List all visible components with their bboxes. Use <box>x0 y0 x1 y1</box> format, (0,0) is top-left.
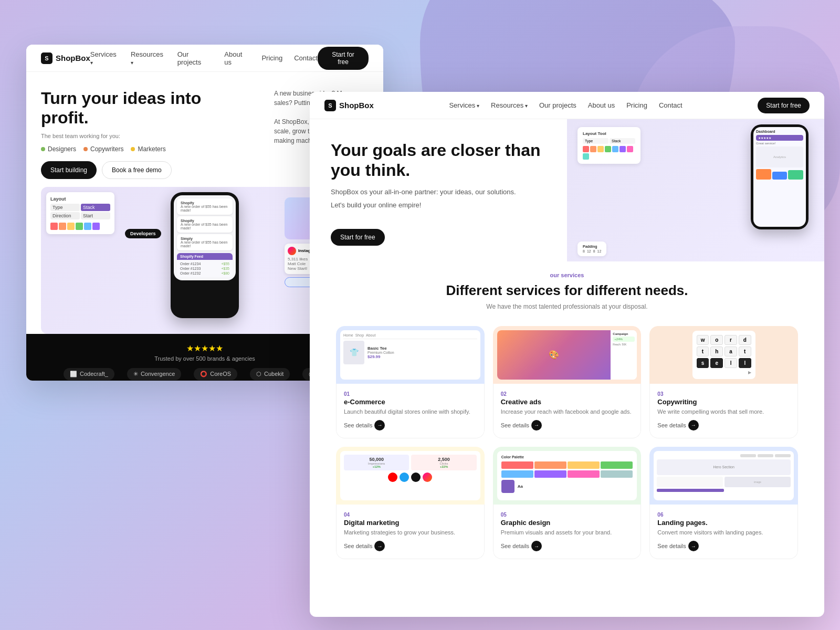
marketing-arrow-icon[interactable]: → <box>374 541 385 551</box>
trust-logo-cubekit: ⬡ Cubekit <box>250 368 290 380</box>
nav-resources[interactable]: Resources <box>131 50 166 66</box>
center-phone: Shopify A new order of $55 has been made… <box>171 192 239 318</box>
design-see-details[interactable]: See details → <box>501 541 634 551</box>
service-card-landing: Hero Section image 06 Landing pages. Con… <box>649 447 798 559</box>
main-cta-button[interactable]: Start for free <box>758 98 810 113</box>
services-section: our services Different services for diff… <box>310 261 824 581</box>
bg-start-building-button[interactable]: Start building <box>41 161 97 179</box>
bg-hero-buttons: Start building Book a free demo <box>41 161 253 179</box>
landing-card-body: 06 Landing pages. Convert more visitors … <box>649 505 798 559</box>
logo-icon: S <box>41 52 52 64</box>
ads-see-details[interactable]: See details → <box>501 420 634 430</box>
goals-phone: Dashboard ★★★★★ Great service! Analytics <box>751 124 808 229</box>
copy-mockup: w o r d t h a t <box>655 331 793 379</box>
goals-text1: ShopBox os your all-in-one partner: your… <box>331 187 546 198</box>
landing-arrow-icon[interactable]: → <box>688 541 699 551</box>
goals-section-wrapper: Your goals are closer than you think. Sh… <box>310 119 824 261</box>
main-nav-pricing[interactable]: Pricing <box>626 101 647 109</box>
tag-marketers: Marketers <box>131 145 165 153</box>
copy-arrow-icon[interactable]: → <box>688 420 699 430</box>
ads-mockup: 🎨 Campaign +24% Reach: 50K <box>497 330 637 380</box>
ecommerce-arrow-icon[interactable]: → <box>374 420 385 430</box>
goals-text-area: Your goals are closer than you think. Sh… <box>310 119 567 261</box>
ads-card-body: 02 Creative ads Increase your reach with… <box>493 384 642 438</box>
trust-logo-codecraft: ⬜ Codecraft_ <box>64 368 114 380</box>
ui-float-card: Layout Tool Type Stack <box>578 127 640 164</box>
services-label: our services <box>336 272 798 278</box>
bg-book-demo-button[interactable]: Book a free demo <box>102 161 172 179</box>
main-nav-projects[interactable]: Our projects <box>539 101 576 109</box>
bg-hero-left: Turn your ideas into profit. The best te… <box>41 89 253 179</box>
service-card-ads: 🎨 Campaign +24% Reach: 50K 02 Creative a… <box>493 326 642 438</box>
goals-image-area: Dashboard ★★★★★ Great service! Analytics… <box>567 119 824 261</box>
nav-projects[interactable]: Our projects <box>177 50 213 66</box>
main-logo[interactable]: S ShopBox <box>324 100 374 111</box>
design-card-body: 05 Graphic design Premium visuals and as… <box>493 505 642 559</box>
main-nav-resources[interactable]: Resources <box>491 101 528 109</box>
landing-see-details[interactable]: See details → <box>657 541 790 551</box>
services-grid: HomeShopAbout 👕 Basic Tee Premium Cotton… <box>336 326 798 560</box>
trust-logo-coreos: ⭕ CoreOS <box>194 368 237 380</box>
copy-card-body: 03 Copywriting We write compelling words… <box>649 384 798 438</box>
nav-about[interactable]: About us <box>224 50 250 66</box>
trust-logo-convergence: ✳ Convergence <box>127 368 181 380</box>
main-browser: S ShopBox Services Resources Our project… <box>310 92 824 617</box>
bg-hero-tags: Designers Copywriters Marketers <box>41 145 253 153</box>
marketers-dot <box>131 147 135 151</box>
developers-badge: Developers <box>125 229 161 238</box>
main-nav-about[interactable]: About us <box>588 101 615 109</box>
nav-services[interactable]: Services <box>90 50 119 66</box>
marketing-see-details[interactable]: See details → <box>344 541 477 551</box>
main-nav-links: Services Resources Our projects About us… <box>449 101 682 109</box>
designers-dot <box>41 147 45 151</box>
goals-cta-button[interactable]: Start for free <box>331 229 385 246</box>
service-card-copy: w o r d t h a t <box>649 326 798 438</box>
nav-pricing[interactable]: Pricing <box>261 54 282 62</box>
layout-tool-card: Layout Type Stack Direction Start <box>46 192 114 234</box>
service-card-design: Color Palette <box>493 447 642 559</box>
tag-copywriters: Copywriters <box>83 145 123 153</box>
bg-hero-title: Turn your ideas into profit. <box>41 89 253 128</box>
ads-arrow-icon[interactable]: → <box>531 420 542 430</box>
ecommerce-mockup: HomeShopAbout 👕 Basic Tee Premium Cotton… <box>340 330 480 380</box>
goals-text2: Let's build your online empire! <box>331 201 546 209</box>
main-nav-services[interactable]: Services <box>449 101 479 109</box>
copy-see-details[interactable]: See details → <box>657 420 790 430</box>
service-card-marketing: 50,000 Impressions +12% 2,500 Clicks +22… <box>336 447 485 559</box>
goals-title: Your goals are closer than you think. <box>331 140 546 181</box>
marketing-mockup: 50,000 Impressions +12% 2,500 Clicks +22… <box>340 451 480 500</box>
landing-mockup: Hero Section image <box>654 451 794 500</box>
bg-logo[interactable]: S ShopBox <box>41 52 90 64</box>
bg-navbar: S ShopBox Services Resources Our project… <box>26 45 383 72</box>
services-subtitle: We have the most talented professionals … <box>336 303 798 310</box>
bg-hero-subtitle: The best team working for you: <box>41 133 253 139</box>
copywriters-dot <box>83 147 88 151</box>
tag-designers: Designers <box>41 145 76 153</box>
main-navbar: S ShopBox Services Resources Our project… <box>310 92 824 119</box>
main-logo-icon: S <box>324 100 336 111</box>
ecommerce-card-body: 01 e-Commerce Launch beautiful digital s… <box>336 384 485 438</box>
nav-contact[interactable]: Contact <box>294 54 318 62</box>
marketing-card-body: 04 Digital marketing Marketing strategie… <box>336 505 485 559</box>
service-card-ecommerce: HomeShopAbout 👕 Basic Tee Premium Cotton… <box>336 326 485 438</box>
design-mockup: Color Palette <box>497 451 637 500</box>
ui-float-card2: Padding 812812 <box>578 242 606 256</box>
design-arrow-icon[interactable]: → <box>531 541 542 551</box>
ecommerce-see-details[interactable]: See details → <box>344 420 477 430</box>
main-nav-contact[interactable]: Contact <box>659 101 682 109</box>
bg-nav-links: Services Resources Our projects About us… <box>90 50 318 66</box>
bg-cta-button[interactable]: Start for free <box>318 47 369 70</box>
services-title: Different services for different needs. <box>336 282 798 299</box>
